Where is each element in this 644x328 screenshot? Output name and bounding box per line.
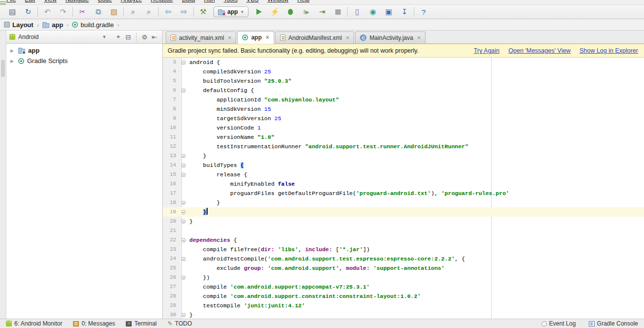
paste-button[interactable]: ▨ [108, 6, 119, 17]
fold-marker-icon[interactable] [181, 89, 185, 93]
fold-column[interactable] [179, 273, 187, 282]
fold-marker-icon[interactable] [181, 257, 185, 261]
fold-marker-icon[interactable] [181, 173, 185, 177]
code-line[interactable]: 29 testCompile 'junit:junit:4.12' [163, 301, 644, 310]
fold-marker-icon[interactable] [181, 61, 185, 65]
save-button[interactable]: ▤ [7, 6, 18, 17]
code-line[interactable]: 25 exclude group: 'com.android.support',… [163, 263, 644, 273]
cut-button[interactable]: ✂ [77, 6, 88, 17]
fold-column[interactable] [179, 235, 187, 245]
tab-activity_main-xml[interactable]: activity_main.xml× [166, 32, 236, 43]
statusbar-messages[interactable]: 0: Messages [73, 320, 115, 327]
menu-item-build[interactable]: Build [178, 0, 200, 3]
fold-marker-icon[interactable] [181, 238, 185, 242]
code-line[interactable]: 8 minSdkVersion 15 [163, 104, 644, 114]
fold-column[interactable] [179, 207, 187, 217]
project-view-selector[interactable]: Android ▼ [9, 33, 113, 40]
back-button[interactable]: ⇦ [163, 6, 174, 17]
code-line[interactable]: 13 } [163, 151, 644, 161]
breadcrumb-item-build-gradle[interactable]: build.gradle [70, 21, 115, 29]
undo-button[interactable]: ↶ [42, 6, 53, 17]
fold-column[interactable] [179, 161, 187, 170]
fold-column[interactable] [179, 151, 187, 161]
avd-manager-button[interactable]: ▯ [352, 6, 362, 17]
code-line[interactable]: 18 } [163, 198, 644, 207]
code-line[interactable]: 14 buildTypes { [163, 161, 644, 170]
run-button[interactable] [253, 6, 264, 17]
menu-item-help[interactable]: Help [293, 0, 314, 3]
forward-button[interactable]: ⇨ [179, 6, 189, 17]
menu-item-navigate[interactable]: Navigate [61, 0, 93, 3]
code-line[interactable]: 9 targetSdkVersion 25 [163, 114, 644, 123]
statusbar-event-log[interactable]: Event Log [541, 320, 576, 327]
code-line[interactable]: 24 androidTestCompile('com.android.suppo… [163, 254, 644, 263]
build-hammer-button[interactable]: ⚒ [198, 6, 209, 17]
expand-arrow-icon[interactable]: ▶ [10, 48, 15, 53]
collapse-all-icon[interactable]: ⊟ [123, 32, 133, 42]
code-line[interactable]: 11 versionName "1.0" [163, 132, 644, 142]
fold-marker-icon[interactable] [181, 164, 185, 167]
banner-link-show-log-in-explorer[interactable]: Show Log in Explorer [579, 47, 638, 54]
code-line[interactable]: 15 release { [163, 170, 644, 179]
fold-column[interactable] [179, 217, 187, 226]
debug-button[interactable] [285, 6, 296, 17]
tree-item-app[interactable]: ▶app [6, 45, 162, 56]
close-icon[interactable]: × [266, 34, 269, 41]
menu-item-vcs[interactable]: VCS [242, 0, 263, 3]
code-line[interactable]: 6 defaultConfig { [163, 86, 644, 95]
fold-marker-icon[interactable] [181, 201, 185, 205]
code-line[interactable]: 4 compileSdkVersion 25 [163, 67, 644, 76]
code-line[interactable]: 17 proguardFiles getDefaultProguardFile(… [163, 189, 644, 198]
tree-item-gradle-scripts[interactable]: ▶Gradle Scripts [6, 56, 162, 66]
statusbar-android-monitor[interactable]: 6: Android Monitor [6, 320, 62, 327]
code-line[interactable]: 12 testInstrumentationRunner "android.su… [163, 142, 644, 151]
code-line[interactable]: 23 compile fileTree(dir: 'libs', include… [163, 245, 644, 254]
fold-column[interactable] [179, 58, 187, 67]
sdk-manager-button[interactable]: ▣ [383, 6, 394, 17]
fold-column[interactable] [179, 86, 187, 95]
code-line[interactable]: 19 } [163, 207, 644, 217]
tab-app[interactable]: app× [237, 31, 274, 44]
breadcrumb-item-app[interactable]: app [40, 21, 65, 29]
locate-icon[interactable]: ⌖ [113, 32, 123, 42]
settings-icon[interactable]: ⚙ [140, 32, 149, 42]
redo-button[interactable]: ↷ [58, 6, 69, 17]
code-line[interactable]: 22dependencies { [163, 235, 644, 245]
menu-item-run[interactable]: Run [200, 0, 219, 3]
code-line[interactable]: 26 }) [163, 273, 644, 282]
statusbar-todo[interactable]: ✎TODO [168, 320, 192, 327]
apply-changes-button[interactable]: ⚡ [269, 6, 280, 17]
code-line[interactable]: 5 buildToolsVersion "25.0.3" [163, 76, 644, 86]
menu-item-view[interactable]: View [39, 0, 61, 3]
fold-marker-icon[interactable] [181, 154, 185, 158]
captures-button[interactable]: ↧ [399, 6, 410, 17]
tab-androidmanifest-xml[interactable]: AndroidManifest.xml× [275, 32, 355, 43]
fold-marker-icon[interactable] [181, 276, 185, 280]
statusbar-gradle-console[interactable]: Gradle Console [589, 320, 638, 327]
fold-marker-icon[interactable] [181, 210, 185, 214]
close-icon[interactable]: × [228, 34, 231, 41]
run-configuration-selector[interactable]: app▼ [214, 6, 249, 17]
menu-item-analyze[interactable]: Analyze [116, 0, 146, 3]
expand-arrow-icon[interactable]: ▶ [10, 59, 15, 64]
help-button[interactable]: ? [418, 6, 429, 17]
tab-mainactivity-java[interactable]: CMainActivity.java× [355, 32, 426, 43]
fold-column[interactable] [179, 170, 187, 179]
menu-item-edit[interactable]: Edit [20, 0, 39, 3]
code-line[interactable]: 7 applicationId "com.shiyanlou.layout" [163, 95, 644, 104]
code-line[interactable]: 28 compile 'com.android.support.constrai… [163, 292, 644, 301]
statusbar-terminal[interactable]: >Terminal [126, 320, 156, 327]
code-line[interactable]: 20} [163, 217, 644, 226]
gradle-sync-button[interactable]: ◉ [367, 6, 378, 17]
banner-link-open-messages-view[interactable]: Open 'Messages' View [508, 47, 571, 54]
close-icon[interactable]: × [417, 34, 421, 41]
fold-column[interactable] [179, 254, 187, 263]
copy-button[interactable]: ⧉ [93, 6, 104, 17]
code-line[interactable]: 21 [163, 226, 644, 235]
breadcrumb-item-layout[interactable]: Layout [2, 21, 36, 29]
fold-marker-icon[interactable] [181, 313, 185, 317]
menu-item-refactor[interactable]: Refactor [146, 0, 178, 3]
code-line[interactable]: 3android { [163, 58, 644, 67]
menu-item-window[interactable]: Window [263, 0, 293, 3]
zoom-button[interactable]: ⌕ [128, 6, 139, 17]
